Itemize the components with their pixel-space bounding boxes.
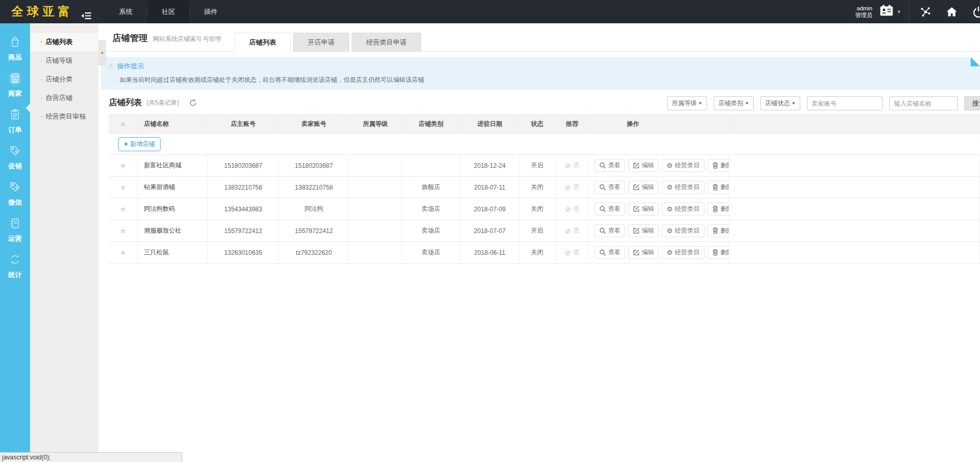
sidebar-item[interactable]: 订单 (0, 103, 30, 139)
join-date-cell: 2018-12-24 (460, 155, 520, 176)
column-header: 店铺名称 (138, 115, 208, 133)
recommended-cell: ⊘ 否 (555, 220, 589, 241)
content: ◀ 店铺管理 网站系统店铺索引与管理 店铺列表开店申请经营类目申请 ☝ 操作提示… (98, 23, 980, 462)
level-cell (349, 198, 402, 220)
add-shop-row: + 新增店铺 (109, 134, 980, 155)
sidebar-item[interactable]: 运营 (0, 212, 30, 248)
filler-cell (729, 242, 980, 263)
favorite-star-icon[interactable]: ★ (109, 177, 138, 198)
category-settings-button[interactable]: ⚙ 经营类目 (662, 246, 704, 259)
view-button[interactable]: 查看 (595, 159, 625, 172)
shop-name-cell: 潮服极致公社 (138, 220, 208, 241)
join-date-cell: 2018-07-11 (460, 177, 520, 198)
column-header: 推荐 (555, 115, 589, 133)
edit-button[interactable]: 编辑 (628, 246, 659, 259)
tab[interactable]: 开店申请 (293, 33, 349, 52)
view-button[interactable]: 查看 (595, 181, 625, 194)
tips-alert: ☝ 操作提示 ·如果当前时间超过店铺有效期或店铺处于关闭状态，前台将不能继续浏览… (101, 57, 980, 90)
column-header: 所属等级 (349, 115, 402, 133)
view-button[interactable]: 查看 (595, 203, 625, 215)
filter-bar: 所属等级▼ 店铺类别▼ 店铺状态▼ 搜索 (667, 96, 980, 110)
category-cell: 旗舰店 (402, 177, 460, 198)
refresh-icon[interactable] (189, 99, 197, 107)
submenu: ·店铺列表·店铺等级·店铺分类·自营店铺·经营类目审核 (30, 23, 98, 462)
delete-button[interactable]: 删除 (708, 224, 729, 237)
sidebar-item[interactable]: 商品 (0, 31, 30, 67)
category-settings-button[interactable]: ⚙ 经营类目 (662, 203, 704, 215)
sidebar-collapse-icon[interactable] (78, 0, 97, 23)
topbar-menu-item[interactable]: 社区 (147, 0, 190, 23)
shop-name-input[interactable] (889, 96, 958, 110)
join-date-cell: 2018-07-09 (460, 198, 520, 220)
submenu-item[interactable]: ·自营店铺 (30, 89, 98, 107)
column-header: 状态 (520, 115, 555, 133)
owner-account-cell: 13263010635 (208, 242, 279, 263)
submenu-item[interactable]: ·店铺列表 (30, 33, 98, 51)
recommended-cell: ⊘ 否 (555, 198, 589, 220)
order-icon (8, 108, 22, 123)
sidebar-item[interactable]: 统计 (0, 248, 30, 284)
no-circle-slash-icon: ⊘ (565, 205, 571, 213)
favorite-star-icon[interactable]: ★ (109, 198, 138, 220)
seller-account-cell: tz792322620 (279, 242, 349, 263)
search-button[interactable]: 搜索 (964, 96, 980, 110)
table-body: ★ 新富社区商城 15180203687 15180203687 2018-12… (109, 155, 980, 264)
level-filter-select[interactable]: 所属等级▼ (667, 96, 707, 110)
sidebar-item[interactable]: 促销 (0, 139, 30, 176)
view-button[interactable]: 查看 (595, 224, 625, 237)
level-cell (349, 242, 402, 263)
tab[interactable]: 店铺列表 (235, 33, 291, 52)
edit-button[interactable]: 编辑 (628, 181, 659, 194)
sidebar-item[interactable]: 商家 (0, 67, 30, 103)
favorite-star-icon[interactable]: ★ (109, 155, 138, 176)
edit-button[interactable]: 编辑 (628, 203, 659, 215)
delete-button[interactable]: 删除 (708, 181, 729, 194)
submenu-item[interactable]: ·店铺分类 (30, 70, 98, 89)
submenu-collapse-handle[interactable]: ◀ (98, 40, 106, 65)
delete-button[interactable]: 删除 (708, 246, 729, 259)
sidebar-item[interactable]: 微信 (0, 176, 30, 212)
seller-account-cell: 13832210758 (279, 177, 349, 198)
column-header: 进驻日期 (460, 115, 520, 133)
favorite-star-icon[interactable]: ★ (109, 242, 138, 263)
seller-account-input[interactable] (807, 96, 883, 110)
view-button[interactable]: 查看 (595, 246, 625, 259)
submenu-item[interactable]: ·店铺等级 (30, 51, 98, 70)
recommended-cell: ⊘ 否 (555, 242, 589, 263)
submenu-item[interactable]: ·经营类目审核 (30, 107, 98, 126)
recommended-cell: ⊘ 否 (555, 177, 589, 198)
home-icon[interactable] (942, 6, 961, 18)
page-header: 店铺管理 网站系统店铺索引与管理 店铺列表开店申请经营类目申请 (98, 23, 980, 52)
status-cell: 关闭 (520, 198, 555, 220)
column-header: 店铺类别 (402, 115, 460, 133)
status-filter-select[interactable]: 店铺状态▼ (760, 96, 800, 110)
share-nodes-icon[interactable] (916, 6, 935, 18)
category-settings-button[interactable]: ⚙ 经营类目 (662, 159, 704, 172)
power-icon[interactable] (969, 5, 980, 19)
add-shop-button[interactable]: + 新增店铺 (118, 137, 161, 151)
promo-icon (8, 144, 22, 160)
edit-button[interactable]: 编辑 (628, 224, 659, 237)
shop-name-cell: 钻果甜酒铺 (138, 177, 208, 198)
delete-button[interactable]: 删除 (708, 203, 729, 215)
seller-account-cell: 15579722412 (279, 220, 349, 241)
owner-account-cell: 15180203687 (208, 155, 279, 176)
topbar-menu-item[interactable]: 插件 (190, 0, 232, 23)
delete-button[interactable]: 删除 (708, 159, 729, 172)
status-cell: 关闭 (520, 242, 555, 263)
profile-menu[interactable]: ▼ (880, 5, 901, 19)
category-settings-button[interactable]: ⚙ 经营类目 (662, 224, 704, 237)
category-filter-select[interactable]: 店铺类别▼ (714, 96, 754, 110)
favorite-star-icon[interactable]: ★ (109, 220, 138, 241)
table-row: ★ 新富社区商城 15180203687 15180203687 2018-12… (109, 155, 980, 177)
topbar-menu-item[interactable]: 系统 (105, 0, 147, 23)
table-row: ★ 阿法狗数码 13543443983 阿法狗 卖场店 2018-07-09 关… (109, 198, 980, 220)
gear-icon: ⚙ (667, 162, 673, 169)
edit-button[interactable]: 编辑 (628, 159, 659, 172)
category-settings-button[interactable]: ⚙ 经营类目 (662, 181, 704, 194)
join-date-cell: 2018-06-11 (460, 242, 520, 263)
user-info[interactable]: admin 管理员 (855, 5, 872, 19)
table-row: ★ 三只松鼠 13263010635 tz792322620 卖场店 2018-… (109, 242, 980, 264)
tab[interactable]: 经营类目申请 (352, 33, 421, 52)
status-cell: 关闭 (520, 177, 555, 198)
